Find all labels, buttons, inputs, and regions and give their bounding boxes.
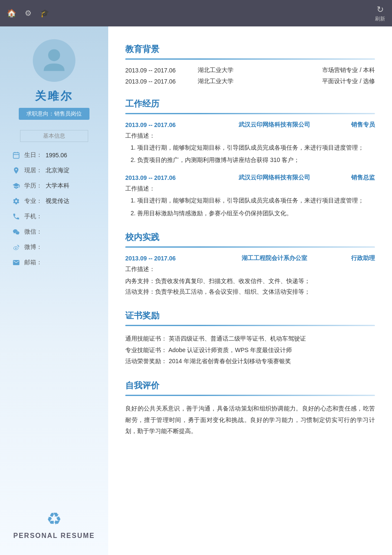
phone-icon	[12, 212, 21, 221]
personal-resume-text: PERSONAL RESUME	[13, 532, 95, 540]
work-company-2: 武汉云印网络科技有限公司	[198, 174, 351, 182]
work-divider	[125, 113, 375, 114]
cert-label-3: 活动荣誉奖励：	[125, 356, 167, 367]
edu-row-1: 2013.09 -- 2017.06 湖北工业大学 市场营销专业 / 本科	[125, 66, 375, 74]
refresh-button[interactable]: ↻ 刷新	[375, 4, 385, 23]
edu-row-2: 2013.09 -- 2017.06 湖北工业大学 平面设计专业 / 选修	[125, 78, 375, 85]
self-eval-divider	[125, 395, 375, 396]
job-intent-badge: 求职意向：销售员岗位	[19, 108, 89, 120]
location-label: 现居：	[24, 167, 42, 174]
work-desc-list-1: 项目进行期，能够制定短期目标，引导团队成员完成各项任务，来进行项目进度管理； 负…	[125, 142, 375, 165]
edu-major-1: 市场营销专业 / 本科	[266, 66, 375, 74]
svg-rect-1	[13, 153, 19, 159]
campus-date-1: 2013.09 -- 2017.06	[125, 255, 198, 262]
edu-date-2: 2013.09 -- 2017.06	[125, 78, 198, 85]
birthday-value: 1995.06	[46, 152, 67, 159]
work-section: 工作经历 2013.09 -- 2017.06 武汉云印网络科技有限公司 销售专…	[125, 98, 375, 219]
cert-value-1: 英语四级证书、普通话二级甲等证书、机动车驾驶证	[169, 335, 306, 342]
cert-value-2: Adobe 认证设计师资质，WPS 年度最佳设计师	[168, 347, 292, 353]
work-title: 工作经历	[125, 98, 375, 110]
info-education: 学历： 大学本科	[12, 181, 97, 191]
certificate-title: 证书奖励	[125, 310, 375, 321]
education-label: 学历：	[24, 182, 42, 190]
campus-desc-label-1: 工作描述：	[125, 266, 375, 273]
wechat-label: 微信：	[24, 228, 42, 236]
major-label: 专业：	[24, 197, 42, 205]
education-section: 教育背景 2013.09 -- 2017.06 湖北工业大学 市场营销专业 / …	[125, 43, 375, 85]
info-email: 邮箱：	[12, 258, 97, 267]
self-eval-content: 良好的公共关系意识，善于沟通，具备活动策划和组织协调能力。良好的心态和责任感，吃…	[125, 403, 375, 437]
edu-school-2: 湖北工业大学	[198, 78, 266, 85]
email-icon	[12, 258, 21, 267]
info-wechat: 微信：	[12, 227, 97, 237]
campus-title: 校内实践	[125, 231, 375, 243]
work-date-1: 2013.09 -- 2017.06	[125, 121, 198, 128]
work-position-2: 销售总监	[351, 174, 375, 182]
list-item: 负责项目的推广，内测期利用微博与讲座结合获得 310 客户；	[137, 155, 375, 165]
svg-point-0	[48, 49, 60, 61]
wechat-icon	[12, 227, 21, 237]
graduation-icon[interactable]: 🎓	[40, 9, 49, 18]
person-name: 关雎尔	[35, 89, 73, 104]
work-item-1: 2013.09 -- 2017.06 武汉云印网络科技有限公司 销售专员 工作描…	[125, 121, 375, 165]
certificate-divider	[125, 325, 375, 326]
toolbar-left: 🏠 ⚙ 🎓	[7, 9, 49, 18]
info-weibo: 微博：	[12, 243, 97, 252]
location-value: 北京海淀	[46, 167, 69, 174]
calendar-icon	[12, 150, 21, 160]
phone-label: 手机：	[24, 213, 42, 220]
self-eval-title: 自我评价	[125, 380, 375, 391]
cert-value-3: 2014 年湖北省创青春创业计划移动专项赛银奖	[169, 358, 291, 364]
cert-label-1: 通用技能证书：	[125, 333, 167, 344]
work-header-2: 2013.09 -- 2017.06 武汉云印网络科技有限公司 销售总监	[125, 174, 375, 182]
campus-line-1: 内务支持：负责收发传真复印、扫描文档、收发信件、文件、快递等；	[125, 278, 310, 284]
info-major: 专业： 视觉传达	[12, 197, 97, 206]
info-list: 生日： 1995.06 现居： 北京海淀	[12, 150, 97, 267]
email-label: 邮箱：	[24, 259, 42, 266]
work-desc-label-1: 工作描述：	[125, 132, 375, 140]
refresh-icon: ↻	[377, 4, 384, 14]
campus-desc-text: 内务支持：负责收发传真复印、扫描文档、收发信件、文件、快递等； 活动支持：负责学…	[125, 276, 375, 297]
work-position-1: 销售专员	[351, 121, 375, 129]
info-phone: 手机：	[12, 212, 97, 221]
self-eval-section: 自我评价 良好的公共关系意识，善于沟通，具备活动策划和组织协调能力。良好的心态和…	[125, 380, 375, 437]
location-icon	[12, 166, 21, 175]
edu-date-1: 2013.09 -- 2017.06	[125, 67, 198, 74]
campus-role-1: 行政助理	[351, 254, 375, 262]
main-container: 关雎尔 求职意向：销售员岗位 基本信息 生日： 1995.06	[0, 26, 392, 555]
sidebar-bottom: ♻ PERSONAL RESUME	[13, 509, 95, 546]
campus-section: 校内实践 2013.09 -- 2017.06 湖工工程院会计系办公室 行政助理…	[125, 231, 375, 297]
work-desc-label-2: 工作描述：	[125, 185, 375, 193]
refresh-label: 刷新	[375, 15, 385, 23]
svg-point-6	[15, 248, 17, 249]
home-icon[interactable]: 🏠	[7, 9, 16, 18]
info-birthday: 生日： 1995.06	[12, 150, 97, 160]
certificate-section: 证书奖励 通用技能证书： 英语四级证书、普通话二级甲等证书、机动车驾驶证 专业技…	[125, 310, 375, 367]
education-value: 大学本科	[46, 182, 69, 190]
cert-label-2: 专业技能证书：	[125, 344, 167, 356]
campus-org-1: 湖工工程院会计系办公室	[198, 254, 351, 262]
cert-row-1: 通用技能证书： 英语四级证书、普通话二级甲等证书、机动车驾驶证	[125, 333, 375, 344]
weibo-icon	[12, 243, 21, 252]
list-item: 项目进行期，能够制定短期目标，引导团队成员完成各项任务，来进行项目进度管理；	[137, 195, 375, 206]
recycle-icon: ♻	[46, 509, 62, 529]
education-title: 教育背景	[125, 43, 375, 55]
weibo-label: 微博：	[24, 243, 42, 251]
major-value: 视觉传达	[46, 197, 69, 205]
content-area: 教育背景 2013.09 -- 2017.06 湖北工业大学 市场营销专业 / …	[108, 26, 392, 555]
campus-line-2: 活动支持：负责学校员工活动，各会议安排、组织、文体活动安排等；	[125, 288, 310, 295]
campus-header-1: 2013.09 -- 2017.06 湖工工程院会计系办公室 行政助理	[125, 254, 375, 262]
work-desc-list-2: 项目进行期，能够制定短期目标，引导团队成员完成各项任务，来进行项目进度管理； 善…	[125, 195, 375, 218]
edu-major-2: 平面设计专业 / 选修	[266, 78, 375, 85]
settings-icon[interactable]: ⚙	[25, 9, 32, 18]
campus-divider	[125, 246, 375, 248]
birthday-label: 生日：	[24, 151, 42, 159]
sidebar: 关雎尔 求职意向：销售员岗位 基本信息 生日： 1995.06	[0, 26, 108, 555]
avatar	[33, 39, 75, 82]
list-item: 善用目标激励与情感激励，参赛小组至今仍保持团队文化。	[137, 208, 375, 219]
work-header-1: 2013.09 -- 2017.06 武汉云印网络科技有限公司 销售专员	[125, 121, 375, 129]
work-item-2: 2013.09 -- 2017.06 武汉云印网络科技有限公司 销售总监 工作描…	[125, 174, 375, 218]
gear-icon	[12, 197, 21, 206]
grad-icon	[12, 181, 21, 191]
cert-row-2: 专业技能证书： Adobe 认证设计师资质，WPS 年度最佳设计师	[125, 344, 375, 356]
